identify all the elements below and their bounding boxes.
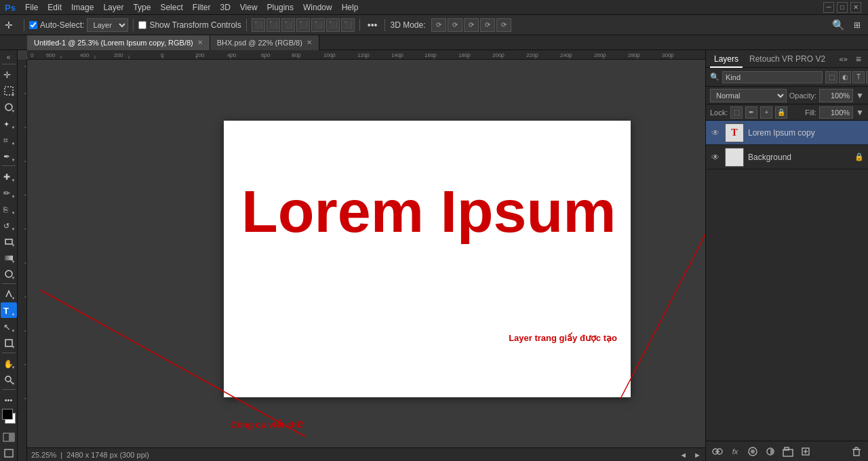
canvas-viewport[interactable]: Lorem Ipsum Layer trang giấy được tạo Cô… bbox=[27, 60, 705, 447]
show-transform-checkbox[interactable]: Show Transform Controls bbox=[138, 20, 241, 30]
tab-untitled-close[interactable]: ✕ bbox=[197, 39, 203, 46]
tab-bhx-close[interactable]: ✕ bbox=[307, 39, 312, 46]
auto-select-checkbox[interactable]: Auto-Select: bbox=[29, 20, 84, 30]
menu-image[interactable]: Image bbox=[66, 0, 98, 15]
lock-artboard-btn[interactable]: + bbox=[760, 106, 772, 119]
3d-icon-3[interactable]: ⟳ bbox=[464, 18, 479, 32]
menu-plugins[interactable]: Plugins bbox=[262, 0, 298, 15]
stamp-tool-btn[interactable]: ⎘ ▼ bbox=[1, 201, 17, 216]
healing-brush-btn[interactable]: ✚ ▼ bbox=[1, 168, 17, 184]
pen-tool-btn[interactable]: ▼ bbox=[1, 286, 17, 302]
minimize-btn[interactable]: ─ bbox=[823, 2, 834, 13]
layer-dropdown[interactable]: Layer Group bbox=[87, 18, 128, 32]
eraser-tool-btn[interactable]: ▼ bbox=[1, 233, 17, 249]
shape-tool-btn[interactable]: ▼ bbox=[1, 335, 17, 350]
align-hcenter-btn[interactable]: ⬛ bbox=[311, 18, 325, 32]
retouch-panel-tab[interactable]: Retouch VR PRO V2 bbox=[745, 50, 829, 68]
panel-collapse-btn[interactable]: «» bbox=[837, 55, 850, 63]
fill-input[interactable] bbox=[819, 106, 853, 119]
3d-icon-2[interactable]: ⟳ bbox=[448, 18, 462, 32]
3d-icon-1[interactable]: ⟳ bbox=[431, 18, 446, 32]
maximize-btn[interactable]: □ bbox=[837, 2, 848, 13]
menu-window[interactable]: Window bbox=[298, 0, 337, 15]
lock-pixels-btn[interactable]: ⬚ bbox=[730, 106, 743, 119]
tab-bhx[interactable]: BHX.psd @ 22% (RGB/8) ✕ bbox=[210, 35, 319, 50]
color-swatches[interactable] bbox=[1, 409, 17, 427]
crop-tool-btn[interactable]: ⌗ ▼ bbox=[1, 132, 17, 147]
menu-file[interactable]: File bbox=[20, 0, 43, 15]
scroll-arrow-right[interactable]: ► bbox=[694, 451, 701, 459]
quick-mask-btn[interactable] bbox=[1, 429, 17, 445]
menu-select[interactable]: Select bbox=[155, 0, 187, 15]
hand-tool-btn[interactable]: ✋ ▼ bbox=[1, 355, 17, 371]
link-layers-btn[interactable] bbox=[710, 444, 725, 459]
menu-type[interactable]: Type bbox=[128, 0, 155, 15]
group-btn[interactable] bbox=[781, 444, 795, 459]
lock-all-btn[interactable]: 🔒 bbox=[775, 106, 787, 119]
search-icon[interactable]: 🔍 bbox=[830, 17, 846, 33]
new-layer-btn[interactable] bbox=[798, 444, 813, 459]
workspace-icon[interactable]: ⊞ bbox=[849, 17, 865, 33]
more-tools-btn[interactable]: ••• bbox=[1, 392, 17, 407]
move-tool-btn[interactable]: ✛ bbox=[1, 66, 17, 82]
adjustment-btn[interactable] bbox=[763, 444, 778, 459]
magic-wand-btn[interactable]: ✦ ▼ bbox=[1, 115, 17, 131]
3d-icon-5[interactable]: ⟳ bbox=[496, 18, 511, 32]
filter-pixel-btn[interactable]: ⬚ bbox=[825, 71, 837, 83]
align-top-btn[interactable]: ⬛ bbox=[252, 18, 265, 32]
blend-mode-select[interactable]: Normal Multiply Screen Overlay bbox=[710, 89, 787, 102]
svg-text:600: 600 bbox=[261, 52, 271, 58]
eyedropper-btn[interactable]: ✒ ▼ bbox=[1, 148, 17, 163]
align-vcenter-btn[interactable]: ⬛ bbox=[267, 18, 280, 32]
lasso-tool-btn[interactable]: ▼ bbox=[1, 99, 17, 115]
auto-select-input[interactable] bbox=[29, 21, 37, 29]
delete-layer-btn[interactable] bbox=[849, 444, 864, 459]
layer-visibility-lorem-copy[interactable]: 👁 bbox=[710, 127, 721, 138]
menu-layer[interactable]: Layer bbox=[98, 0, 128, 15]
opacity-chevron[interactable]: ▼ bbox=[856, 91, 864, 100]
toolbar-collapse-btn[interactable]: « bbox=[1, 53, 17, 62]
panel-search-input[interactable] bbox=[722, 71, 823, 83]
toolbar-sep-4 bbox=[2, 389, 16, 390]
add-mask-btn[interactable] bbox=[745, 444, 760, 459]
tab-untitled[interactable]: Untitled-1 @ 25.3% (Lorem Ipsum copy, RG… bbox=[27, 35, 210, 50]
align-left-btn[interactable]: ⬛ bbox=[296, 18, 310, 32]
more-options-btn[interactable]: ••• bbox=[365, 20, 380, 31]
layer-visibility-background[interactable]: 👁 bbox=[710, 152, 721, 163]
fill-chevron[interactable]: ▼ bbox=[856, 108, 864, 117]
canvas-area[interactable]: 0 600 400 200 0 200 400 600 800 bbox=[18, 50, 705, 461]
svg-text:3000: 3000 bbox=[662, 52, 674, 58]
brush-tool-btn[interactable]: ✏ ▼ bbox=[1, 184, 17, 200]
3d-icon-4[interactable]: ⟳ bbox=[480, 18, 495, 32]
align-extra-btn[interactable]: ⬛ bbox=[341, 18, 355, 32]
fx-btn[interactable]: fx bbox=[728, 444, 743, 459]
layer-item-lorem-ipsum-copy[interactable]: 👁 T Lorem Ipsum copy bbox=[706, 121, 868, 145]
align-bottom-btn[interactable]: ⬛ bbox=[281, 18, 295, 32]
svg-text:2600: 2600 bbox=[594, 52, 606, 58]
path-selection-btn[interactable]: ↖ ▼ bbox=[1, 319, 17, 334]
menu-3d[interactable]: 3D bbox=[215, 0, 235, 15]
blur-tool-btn[interactable]: ▼ bbox=[1, 266, 17, 281]
fg-color-swatch[interactable] bbox=[2, 409, 13, 420]
filter-adjust-btn[interactable]: ◐ bbox=[839, 71, 851, 83]
filter-text-btn[interactable]: T bbox=[852, 71, 865, 83]
menu-help[interactable]: Help bbox=[337, 0, 363, 15]
show-transform-input[interactable] bbox=[138, 21, 146, 29]
lock-position-btn[interactable]: ✒ bbox=[745, 106, 757, 119]
marquee-tool-btn[interactable]: ▼ bbox=[1, 83, 17, 98]
history-brush-btn[interactable]: ↺ ▼ bbox=[1, 217, 17, 233]
screen-mode-btn[interactable] bbox=[1, 445, 17, 461]
layers-panel-tab[interactable]: Layers bbox=[710, 50, 743, 68]
panel-menu-btn[interactable]: ≡ bbox=[853, 54, 864, 64]
zoom-tool-btn[interactable]: ▼ bbox=[1, 372, 17, 387]
align-right-btn[interactable]: ⬛ bbox=[326, 18, 340, 32]
menu-filter[interactable]: Filter bbox=[188, 0, 216, 15]
menu-view[interactable]: View bbox=[235, 0, 262, 15]
layer-item-background[interactable]: 👁 Background 🔒 bbox=[706, 145, 868, 169]
menu-edit[interactable]: Edit bbox=[43, 0, 66, 15]
opacity-input[interactable] bbox=[819, 89, 853, 102]
scroll-arrow-left[interactable]: ◄ bbox=[679, 451, 687, 459]
close-btn[interactable]: ✕ bbox=[850, 2, 861, 13]
gradient-tool-btn[interactable]: ▼ bbox=[1, 249, 17, 265]
type-tool-btn[interactable]: T ▼ bbox=[1, 302, 17, 318]
